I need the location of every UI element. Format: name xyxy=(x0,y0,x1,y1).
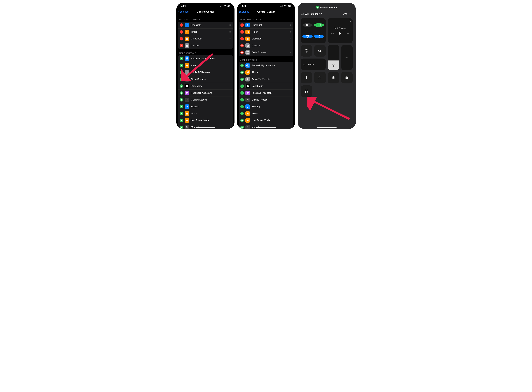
rewind-button[interactable] xyxy=(331,32,334,35)
camera-button[interactable] xyxy=(341,72,353,84)
orientation-lock-button[interactable] xyxy=(301,45,312,56)
screenshot-1: 4:21 ‹ Settings Control Center Included … xyxy=(176,3,234,129)
add-button[interactable] xyxy=(240,91,244,95)
control-row[interactable]: Alarm xyxy=(178,62,233,69)
brightness-slider[interactable] xyxy=(328,45,339,70)
connectivity-module[interactable] xyxy=(301,18,326,43)
control-row[interactable]: Apple TV Remote xyxy=(239,76,294,83)
add-button[interactable] xyxy=(180,57,183,60)
wifi-button[interactable] xyxy=(302,35,313,38)
airplay-icon[interactable] xyxy=(349,19,351,22)
control-row[interactable]: Guided Access xyxy=(239,96,294,103)
control-row[interactable]: Magnifier xyxy=(239,124,294,129)
control-row[interactable]: Guided Access xyxy=(178,96,233,103)
battery-icon xyxy=(288,5,291,8)
remove-button[interactable] xyxy=(180,30,183,34)
control-row[interactable]: Code Scanner≡ xyxy=(239,49,294,56)
control-row[interactable]: Accessibility Shortcuts xyxy=(239,62,294,69)
calculator-button[interactable] xyxy=(328,72,339,84)
cellular-data-button[interactable] xyxy=(314,23,324,27)
drag-handle[interactable]: ≡ xyxy=(290,37,291,40)
control-row[interactable]: Camera≡ xyxy=(178,42,233,49)
remove-button[interactable] xyxy=(240,30,244,34)
add-button[interactable] xyxy=(240,71,244,74)
control-row[interactable]: Flashlight≡ xyxy=(239,22,294,28)
add-button[interactable] xyxy=(180,126,183,129)
drag-handle[interactable]: ≡ xyxy=(229,24,231,27)
control-row[interactable]: Dark Mode xyxy=(178,83,233,89)
control-row[interactable]: Home xyxy=(178,110,233,117)
drag-handle[interactable]: ≡ xyxy=(229,31,231,33)
remove-button[interactable] xyxy=(240,51,244,54)
remove-button[interactable] xyxy=(240,44,244,47)
add-button[interactable] xyxy=(180,78,183,81)
drag-handle[interactable]: ≡ xyxy=(229,37,231,40)
add-button[interactable] xyxy=(240,98,244,102)
control-row[interactable]: Feedback Assistant xyxy=(178,89,233,96)
control-row[interactable]: Accessibility Shortcuts xyxy=(178,55,233,62)
remove-button[interactable] xyxy=(240,23,244,27)
airplane-mode-button[interactable] xyxy=(302,23,313,27)
drag-handle[interactable]: ≡ xyxy=(290,51,291,54)
add-button[interactable] xyxy=(240,126,244,129)
control-row[interactable]: Alarm xyxy=(239,69,294,76)
qr-icon xyxy=(185,77,189,81)
add-button[interactable] xyxy=(240,119,244,122)
remove-button[interactable] xyxy=(240,37,244,41)
forward-button[interactable] xyxy=(346,32,350,35)
flashlight-button[interactable] xyxy=(301,72,312,84)
control-row[interactable]: Dark Mode xyxy=(239,83,294,89)
drag-handle[interactable]: ≡ xyxy=(290,24,291,27)
home-indicator[interactable] xyxy=(256,127,276,128)
privacy-label: Camera, recently xyxy=(320,6,337,8)
privacy-indicator[interactable]: Camera, recently xyxy=(298,3,356,9)
add-button[interactable] xyxy=(180,84,183,88)
control-row[interactable]: Flashlight≡ xyxy=(178,22,233,28)
drag-handle[interactable]: ≡ xyxy=(229,44,231,47)
add-button[interactable] xyxy=(240,64,244,67)
add-button[interactable] xyxy=(180,64,183,67)
code-scanner-button[interactable] xyxy=(301,85,312,97)
add-button[interactable] xyxy=(180,112,183,115)
control-label: Alarm xyxy=(191,64,231,67)
add-button[interactable] xyxy=(240,105,244,108)
control-row[interactable]: Timer≡ xyxy=(178,28,233,35)
remove-button[interactable] xyxy=(180,44,183,47)
add-button[interactable] xyxy=(180,98,183,102)
focus-button[interactable]: Focus xyxy=(301,59,326,70)
control-row[interactable]: Hearing xyxy=(239,103,294,110)
control-row[interactable]: Magnifier xyxy=(178,124,233,129)
control-row[interactable]: Home xyxy=(239,110,294,117)
control-row[interactable]: Camera≡ xyxy=(239,42,294,49)
remove-button[interactable] xyxy=(180,23,183,27)
play-button[interactable] xyxy=(338,32,342,35)
control-row[interactable]: Low Power Mode xyxy=(178,117,233,124)
bluetooth-button[interactable] xyxy=(314,35,324,38)
control-row[interactable]: Timer≡ xyxy=(239,28,294,35)
add-button[interactable] xyxy=(240,78,244,81)
control-row[interactable]: Calculator≡ xyxy=(178,35,233,42)
add-button[interactable] xyxy=(180,105,183,108)
nav-bar: ‹ Settings Control Center xyxy=(176,8,234,15)
add-button[interactable] xyxy=(180,71,183,74)
home-indicator[interactable] xyxy=(196,127,215,128)
add-button[interactable] xyxy=(180,91,183,95)
drag-handle[interactable]: ≡ xyxy=(290,31,291,33)
control-label: Timer xyxy=(191,31,228,33)
remove-button[interactable] xyxy=(180,37,183,41)
control-row[interactable]: Feedback Assistant xyxy=(239,89,294,96)
control-row[interactable]: Apple TV Remote xyxy=(178,69,233,76)
timer-button[interactable] xyxy=(314,72,326,84)
control-row[interactable]: Hearing xyxy=(178,103,233,110)
control-row[interactable]: Code Scanner xyxy=(178,76,233,83)
add-button[interactable] xyxy=(240,84,244,88)
screen-mirroring-button[interactable] xyxy=(314,45,326,56)
control-row[interactable]: Calculator≡ xyxy=(239,35,294,42)
drag-handle[interactable]: ≡ xyxy=(290,44,291,47)
volume-slider[interactable] xyxy=(341,45,353,70)
control-row[interactable]: Low Power Mode xyxy=(239,117,294,124)
media-module[interactable]: Not Playing xyxy=(328,18,353,43)
home-indicator[interactable] xyxy=(317,127,336,128)
add-button[interactable] xyxy=(240,112,244,115)
add-button[interactable] xyxy=(180,119,183,122)
